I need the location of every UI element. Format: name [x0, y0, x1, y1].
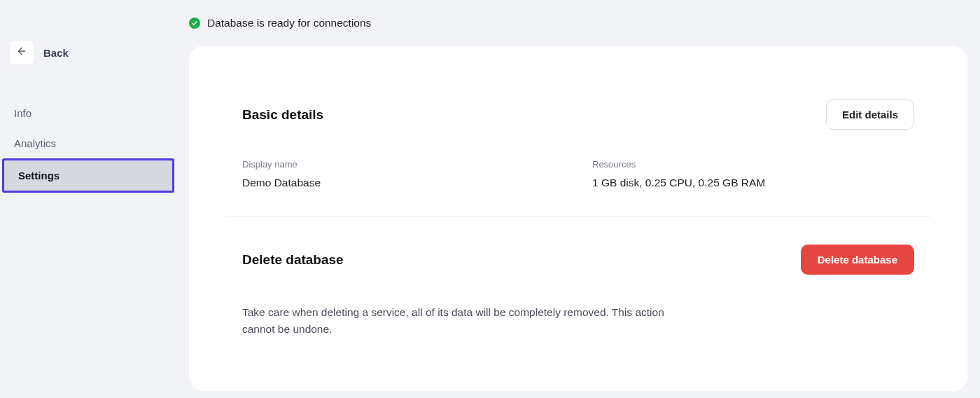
delete-database-title: Delete database: [242, 252, 344, 268]
display-name-value: Demo Database: [242, 177, 564, 189]
sidebar-item-analytics[interactable]: Analytics: [0, 128, 176, 158]
delete-database-description: Take care when deleting a service, all o…: [242, 304, 683, 338]
delete-database-section: Delete database Delete database Take car…: [242, 245, 914, 338]
sidebar-item-info[interactable]: Info: [0, 98, 176, 128]
basic-details-section: Basic details Edit details Display name …: [242, 100, 914, 189]
sidebar-item-settings[interactable]: Settings: [2, 158, 174, 193]
back-button[interactable]: [10, 41, 34, 64]
main-content: Database is ready for connections Basic …: [176, 0, 980, 398]
check-circle-icon: [189, 18, 200, 29]
sidebar-item-label: Analytics: [14, 137, 56, 149]
settings-card: Basic details Edit details Display name …: [189, 46, 967, 391]
back-row: Back: [0, 41, 176, 64]
basic-details-fields: Display name Demo Database Resources 1 G…: [242, 159, 914, 189]
status-banner: Database is ready for connections: [189, 17, 967, 29]
back-label: Back: [43, 47, 69, 59]
sidebar-nav: Info Analytics Settings: [0, 98, 176, 193]
arrow-left-icon: [16, 46, 27, 60]
resources-label: Resources: [592, 159, 914, 170]
basic-details-title: Basic details: [242, 107, 323, 123]
section-divider: [225, 216, 931, 217]
display-name-label: Display name: [242, 159, 564, 170]
sidebar: Back Info Analytics Settings: [0, 0, 176, 398]
display-name-field: Display name Demo Database: [242, 159, 564, 189]
sidebar-item-label: Settings: [18, 170, 59, 181]
resources-field: Resources 1 GB disk, 0.25 CPU, 0.25 GB R…: [592, 159, 914, 189]
status-text: Database is ready for connections: [207, 17, 371, 29]
edit-details-button[interactable]: Edit details: [826, 100, 914, 130]
delete-database-button[interactable]: Delete database: [801, 245, 914, 275]
sidebar-item-label: Info: [14, 107, 31, 119]
resources-value: 1 GB disk, 0.25 CPU, 0.25 GB RAM: [592, 177, 914, 189]
